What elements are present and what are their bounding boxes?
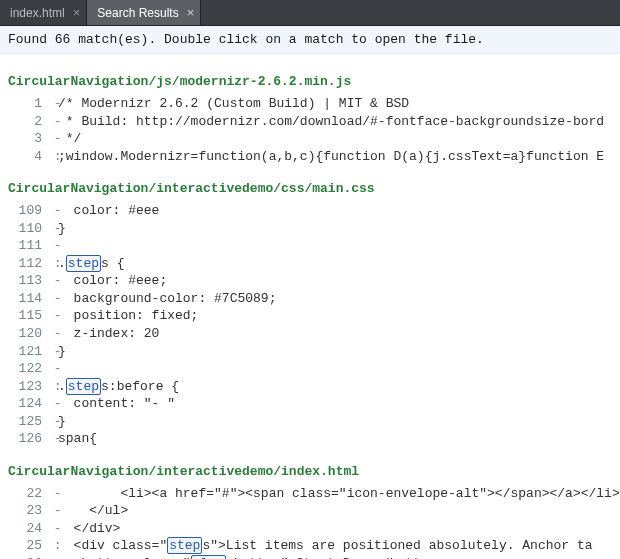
line-number: 126 — [4, 430, 46, 448]
search-results: CircularNavigation/js/modernizr-2.6.2.mi… — [0, 54, 620, 559]
line-code: position: fixed; — [58, 307, 198, 325]
result-line[interactable]: 120 - z-index: 20 — [0, 325, 620, 343]
result-line[interactable]: 122 - — [0, 360, 620, 378]
file-lines: 1 - /* Modernizr 2.6.2 (Custom Build) | … — [0, 95, 620, 165]
line-code: color: #eee — [58, 202, 159, 220]
line-code: <button class="play-button">Start Demo</… — [58, 555, 444, 559]
line-separator: - — [46, 360, 58, 378]
result-line[interactable]: 22 - <li><a href="#"><span class="icon-e… — [0, 485, 620, 503]
line-number: 26 — [4, 555, 46, 559]
line-code: background-color: #7C5089; — [58, 290, 276, 308]
line-code: .steps:before { — [58, 378, 179, 396]
line-separator: - — [46, 95, 58, 113]
line-code: content: "- " — [58, 395, 175, 413]
tab-index-html[interactable]: index.html× — [0, 0, 87, 25]
result-line[interactable]: 110 - } — [0, 220, 620, 238]
line-number: 24 — [4, 520, 46, 538]
search-summary: Found 66 match(es). Double click on a ma… — [0, 26, 620, 54]
result-line[interactable]: 1 - /* Modernizr 2.6.2 (Custom Build) | … — [0, 95, 620, 113]
result-line[interactable]: 121 - } — [0, 343, 620, 361]
match-highlight: step — [66, 378, 101, 395]
line-number: 113 — [4, 272, 46, 290]
result-line[interactable]: 4 : ;window.Modernizr=function(a,b,c){fu… — [0, 148, 620, 166]
line-code: * Build: http://modernizr.com/download/#… — [58, 113, 604, 131]
line-code: .steps { — [58, 255, 124, 273]
line-number: 4 — [4, 148, 46, 166]
line-separator: : — [46, 148, 58, 166]
file-group: CircularNavigation/interactivedemo/index… — [0, 462, 620, 559]
line-number: 2 — [4, 113, 46, 131]
result-line[interactable]: 2 - * Build: http://modernizr.com/downlo… — [0, 113, 620, 131]
result-line[interactable]: 23 - </ul> — [0, 502, 620, 520]
file-path[interactable]: CircularNavigation/interactivedemo/index… — [0, 462, 620, 481]
file-lines: 109 - color: #eee110 - }111 - 112 : .ste… — [0, 202, 620, 448]
result-line[interactable]: 109 - color: #eee — [0, 202, 620, 220]
line-separator: - — [46, 413, 58, 431]
line-code: z-index: 20 — [58, 325, 159, 343]
line-code: } — [58, 413, 66, 431]
line-number: 109 — [4, 202, 46, 220]
file-group: CircularNavigation/js/modernizr-2.6.2.mi… — [0, 72, 620, 165]
line-number: 3 — [4, 130, 46, 148]
result-line[interactable]: 123 : .steps:before { — [0, 378, 620, 396]
line-code: } — [58, 220, 66, 238]
line-code: } — [58, 343, 66, 361]
line-number: 115 — [4, 307, 46, 325]
result-line[interactable]: 126 - span{ — [0, 430, 620, 448]
line-number: 121 — [4, 343, 46, 361]
line-number: 123 — [4, 378, 46, 396]
line-separator: - — [46, 395, 58, 413]
line-separator: : — [46, 555, 58, 559]
result-line[interactable]: 114 - background-color: #7C5089; — [0, 290, 620, 308]
line-code: <li><a href="#"><span class="icon-envelo… — [58, 485, 620, 503]
line-code: </ul> — [58, 502, 128, 520]
close-icon[interactable]: × — [73, 5, 81, 20]
tab-bar: index.html×Search Results× — [0, 0, 620, 26]
result-line[interactable]: 125 - } — [0, 413, 620, 431]
line-separator: - — [46, 220, 58, 238]
line-separator: - — [46, 202, 58, 220]
tab-search-results[interactable]: Search Results× — [87, 0, 201, 25]
file-lines: 22 - <li><a href="#"><span class="icon-e… — [0, 485, 620, 559]
line-separator: - — [46, 113, 58, 131]
tab-label: index.html — [10, 6, 65, 20]
line-number: 25 — [4, 537, 46, 555]
line-number: 125 — [4, 413, 46, 431]
line-separator: - — [46, 272, 58, 290]
line-separator: - — [46, 430, 58, 448]
line-number: 1 — [4, 95, 46, 113]
line-code: ;window.Modernizr=function(a,b,c){functi… — [58, 148, 604, 166]
line-code: /* Modernizr 2.6.2 (Custom Build) | MIT … — [58, 95, 409, 113]
line-separator: - — [46, 237, 58, 255]
result-line[interactable]: 113 - color: #eee; — [0, 272, 620, 290]
file-path[interactable]: CircularNavigation/interactivedemo/css/m… — [0, 179, 620, 198]
line-separator: : — [46, 537, 58, 555]
line-separator: - — [46, 130, 58, 148]
file-group: CircularNavigation/interactivedemo/css/m… — [0, 179, 620, 448]
line-separator: - — [46, 343, 58, 361]
line-code: <div class="steps">List items are positi… — [58, 537, 593, 555]
result-line[interactable]: 3 - */ — [0, 130, 620, 148]
line-code: </div> — [58, 520, 120, 538]
file-path[interactable]: CircularNavigation/js/modernizr-2.6.2.mi… — [0, 72, 620, 91]
result-line[interactable]: 25 : <div class="steps">List items are p… — [0, 537, 620, 555]
line-number: 122 — [4, 360, 46, 378]
result-line[interactable]: 26 : <button class="play-button">Start D… — [0, 555, 620, 559]
match-highlight: step — [167, 537, 202, 554]
result-line[interactable]: 124 - content: "- " — [0, 395, 620, 413]
line-separator: - — [46, 485, 58, 503]
line-number: 112 — [4, 255, 46, 273]
line-separator: : — [46, 255, 58, 273]
line-number: 110 — [4, 220, 46, 238]
line-number: 114 — [4, 290, 46, 308]
line-number: 124 — [4, 395, 46, 413]
line-number: 120 — [4, 325, 46, 343]
close-icon[interactable]: × — [187, 5, 195, 20]
match-highlight: step — [66, 255, 101, 272]
result-line[interactable]: 115 - position: fixed; — [0, 307, 620, 325]
line-code: span{ — [58, 430, 97, 448]
line-code: */ — [58, 130, 81, 148]
result-line[interactable]: 112 : .steps { — [0, 255, 620, 273]
result-line[interactable]: 111 - — [0, 237, 620, 255]
result-line[interactable]: 24 - </div> — [0, 520, 620, 538]
